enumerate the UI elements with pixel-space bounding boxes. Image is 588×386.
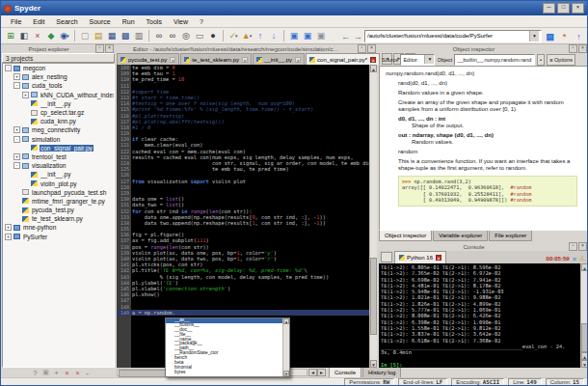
- expander-icon[interactable]: +: [5, 224, 12, 231]
- close-all-icon[interactable]: ×: [72, 370, 83, 376]
- expander-icon[interactable]: +: [13, 126, 20, 133]
- close-tab-icon[interactable]: ×: [370, 57, 376, 63]
- expander-icon[interactable]: +: [13, 153, 20, 160]
- run-file-icon[interactable]: ▣: [287, 29, 301, 42]
- back-cursor-icon[interactable]: ←: [83, 370, 94, 376]
- python-interpreter-icon[interactable]: ◆: [44, 29, 58, 42]
- tree-item[interactable]: +kNN_CUDA_without_indexes: [3, 91, 114, 99]
- run-selection-icon[interactable]: ▣: [301, 29, 314, 42]
- object-combo[interactable]: __builtin__.numpy.random.rand: [454, 54, 535, 66]
- console-output[interactable]: TE(1->2): 6.805e-01 TE(2->1): 8.596e-02T…: [379, 263, 580, 368]
- scroll-down-icon[interactable]: ▼: [370, 360, 377, 368]
- close-tab-icon[interactable]: ×: [170, 57, 175, 63]
- todo-list-icon[interactable]: ▲▾: [240, 29, 254, 42]
- editor-vertical-scrollbar[interactable]: ▲ ▼: [369, 65, 377, 368]
- completion-item[interactable]: bytes: [166, 371, 282, 375]
- next-warning-icon[interactable]: ↓: [267, 29, 281, 42]
- source-combo[interactable]: Editor ▼: [400, 54, 435, 66]
- menu-run[interactable]: Run: [117, 17, 141, 26]
- menu-source[interactable]: Source: [84, 17, 117, 26]
- menu-view[interactable]: View: [168, 17, 194, 26]
- tree-item[interactable]: +trentool_test: [3, 152, 114, 161]
- tree-item[interactable]: cp_select.tar.gz: [3, 108, 114, 117]
- float-pane-icon[interactable]: ▫: [569, 44, 577, 53]
- tree-item[interactable]: -simulation: [3, 135, 114, 144]
- scroll-right-icon[interactable]: ►: [317, 369, 326, 376]
- new-window-icon[interactable]: +: [51, 370, 62, 376]
- float-pane-icon[interactable]: ▫: [95, 44, 104, 53]
- save-all-icon[interactable]: ▩: [119, 29, 132, 42]
- tree-item[interactable]: +PySurfer: [3, 233, 114, 241]
- forward-arrow-icon[interactable]: →: [352, 32, 364, 41]
- tree-item[interactable]: +alex_nesting: [3, 72, 114, 81]
- working-directory-combo[interactable]: /autofs/cluster/fusion/mluessi/data/code…: [364, 30, 542, 42]
- close-pane-icon[interactable]: ×: [105, 44, 114, 53]
- terminal-here-icon[interactable]: *: [558, 30, 571, 42]
- tree-item[interactable]: con_signal_pair.py: [3, 144, 114, 152]
- tab-object-inspector[interactable]: Object inspector: [379, 231, 432, 241]
- code-analysis-icon[interactable]: ✓▾: [227, 29, 240, 42]
- close-tab-icon[interactable]: ×: [242, 57, 248, 63]
- new-console-button[interactable]: [381, 252, 392, 262]
- console-tab[interactable]: Python 16 ×: [394, 251, 446, 263]
- editor-tab[interactable]: con_signal_pair.py*×: [306, 53, 380, 65]
- browse-directory-icon[interactable]: ▤: [544, 30, 556, 42]
- editor-tab[interactable]: pycuda_test.py×: [117, 53, 179, 65]
- menu-help[interactable]: ?: [194, 17, 209, 26]
- tree-item[interactable]: __init__.py: [3, 170, 114, 179]
- spyder-layout-icon[interactable]: ⊞: [4, 29, 17, 42]
- previous-warning-icon[interactable]: ↑: [254, 29, 267, 42]
- scroll-up-icon[interactable]: ▲: [581, 263, 588, 271]
- close-pane-icon[interactable]: ×: [367, 44, 376, 53]
- close-pane-icon[interactable]: ×: [62, 370, 72, 376]
- float-pane-icon[interactable]: ▫: [358, 44, 366, 53]
- print-icon[interactable]: ▥: [132, 29, 146, 42]
- chevron-down-icon[interactable]: ▼: [529, 31, 539, 41]
- editor-tab[interactable]: __init__.py×: [253, 53, 305, 65]
- close-pane-icon[interactable]: ×: [578, 242, 587, 251]
- save-icon[interactable]: ▦: [105, 29, 119, 42]
- tab-file-explorer[interactable]: File explorer: [489, 231, 532, 241]
- expander-icon[interactable]: -: [13, 82, 20, 89]
- scrollbar-thumb[interactable]: [581, 323, 588, 352]
- open-file-icon[interactable]: ▤: [92, 29, 105, 42]
- options-button[interactable]: ≡ Options: [547, 54, 575, 66]
- tree-item[interactable]: cuda_knn.py: [3, 117, 114, 125]
- tree-item[interactable]: violin_plot.py: [3, 179, 114, 187]
- chevron-down-icon[interactable]: ▼: [424, 55, 434, 64]
- scroll-up-icon[interactable]: ▲: [581, 352, 588, 360]
- float-pane-icon[interactable]: ▫: [569, 242, 577, 251]
- scroll-down-icon[interactable]: ▼: [283, 371, 289, 376]
- help-icon[interactable]: ?: [30, 370, 40, 376]
- lock-icon[interactable]: ▪: [537, 54, 545, 66]
- find-icon[interactable]: ∞: [152, 29, 166, 42]
- tree-item[interactable]: -cuda_tools: [3, 81, 114, 90]
- completion-scrollbar[interactable]: ▲ ▼: [282, 318, 289, 376]
- editor-tab[interactable]: te_test_sklearn.py×: [180, 53, 252, 65]
- minimize-button[interactable]: ─: [543, 3, 555, 14]
- console-vertical-scrollbar[interactable]: ▲ ▲ ▼: [580, 263, 588, 368]
- expander-icon[interactable]: -: [5, 65, 12, 71]
- menu-tools[interactable]: Tools: [141, 17, 168, 26]
- web-browser-icon[interactable]: ◉▾: [58, 29, 71, 42]
- menu-edit[interactable]: Edit: [27, 17, 50, 26]
- tree-item[interactable]: mtime_fmri_granger_te.py: [3, 197, 114, 206]
- scroll-up-icon[interactable]: ▲: [370, 65, 377, 72]
- maximize-button[interactable]: □: [557, 3, 570, 14]
- scroll-up-icon[interactable]: ▲: [283, 318, 289, 324]
- menu-file[interactable]: File: [5, 17, 27, 26]
- expander-icon[interactable]: +: [13, 73, 20, 80]
- tree-item[interactable]: +meg_connectivity: [3, 125, 114, 134]
- title-bar[interactable]: Spyder ─□×: [1, 1, 587, 15]
- scrollbar-thumb[interactable]: [370, 258, 377, 335]
- close-button[interactable]: ×: [572, 3, 584, 14]
- menu-search[interactable]: Search: [50, 17, 83, 26]
- tab-variable-explorer[interactable]: Variable explorer: [433, 231, 488, 241]
- console-options-icon[interactable]: ≡: [573, 256, 576, 262]
- code-line[interactable]: 149a = np.random.: [117, 310, 369, 316]
- back-arrow-icon[interactable]: ←: [339, 32, 352, 41]
- tree-item[interactable]: -megcon: [3, 64, 114, 72]
- tree-item[interactable]: te_test_sklearn.py: [3, 214, 114, 223]
- replace-icon[interactable]: ▭: [193, 29, 206, 42]
- tree-item[interactable]: +mne-python: [3, 223, 114, 232]
